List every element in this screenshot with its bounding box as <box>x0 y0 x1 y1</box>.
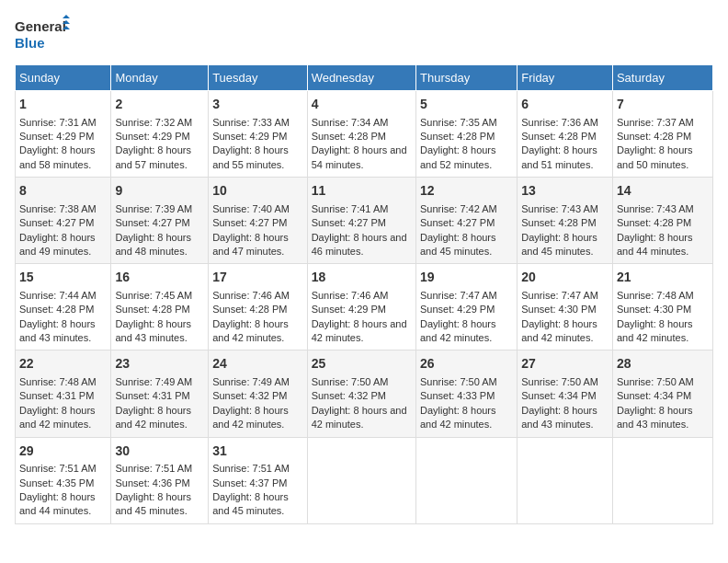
daylight-text: Daylight: 8 hours and 50 minutes. <box>617 144 693 169</box>
calendar-cell: 9Sunrise: 7:39 AMSunset: 4:27 PMDaylight… <box>111 178 209 264</box>
svg-text:Blue: Blue <box>15 35 45 51</box>
sunset-text: Sunset: 4:29 PM <box>19 131 94 142</box>
day-number: 9 <box>115 182 204 201</box>
sunset-text: Sunset: 4:27 PM <box>115 217 189 228</box>
sunrise-text: Sunrise: 7:43 AM <box>521 203 598 214</box>
sunset-text: Sunset: 4:33 PM <box>420 390 495 401</box>
daylight-text: Daylight: 8 hours and 49 minutes. <box>19 232 96 257</box>
daylight-text: Daylight: 8 hours and 42 minutes. <box>312 318 407 343</box>
day-number: 23 <box>115 355 204 373</box>
daylight-text: Daylight: 8 hours and 45 minutes. <box>521 232 597 257</box>
day-number: 11 <box>312 182 412 201</box>
sunset-text: Sunset: 4:28 PM <box>212 304 287 315</box>
calendar-cell: 4Sunrise: 7:34 AMSunset: 4:28 PMDaylight… <box>307 91 415 178</box>
daylight-text: Daylight: 8 hours and 52 minutes. <box>420 144 496 169</box>
calendar-cell: 11Sunrise: 7:41 AMSunset: 4:27 PMDayligh… <box>307 178 415 264</box>
sunrise-text: Sunrise: 7:48 AM <box>617 290 694 301</box>
day-number: 31 <box>212 442 302 461</box>
day-number: 19 <box>420 269 513 287</box>
daylight-text: Daylight: 8 hours and 43 minutes. <box>19 318 96 343</box>
daylight-text: Daylight: 8 hours and 42 minutes. <box>521 318 597 343</box>
calendar-week-row: 8Sunrise: 7:38 AMSunset: 4:27 PMDaylight… <box>16 178 713 264</box>
day-number: 5 <box>420 96 513 114</box>
sunset-text: Sunset: 4:29 PM <box>212 131 287 142</box>
sunrise-text: Sunrise: 7:50 AM <box>420 376 497 387</box>
sunrise-text: Sunrise: 7:50 AM <box>312 376 389 387</box>
calendar-cell: 31Sunrise: 7:51 AMSunset: 4:37 PMDayligh… <box>209 437 307 523</box>
calendar-cell: 18Sunrise: 7:46 AMSunset: 4:29 PMDayligh… <box>307 264 415 350</box>
sunrise-text: Sunrise: 7:46 AM <box>212 290 290 301</box>
daylight-text: Daylight: 8 hours and 45 minutes. <box>420 232 496 257</box>
header-cell-thursday: Thursday <box>415 65 517 91</box>
sunrise-text: Sunrise: 7:51 AM <box>212 463 290 474</box>
header-cell-monday: Monday <box>111 65 209 91</box>
day-number: 4 <box>312 96 412 114</box>
sunrise-text: Sunrise: 7:49 AM <box>212 376 290 387</box>
sunset-text: Sunset: 4:28 PM <box>521 217 596 228</box>
sunrise-text: Sunrise: 7:45 AM <box>115 290 192 301</box>
calendar-cell: 16Sunrise: 7:45 AMSunset: 4:28 PMDayligh… <box>111 264 209 350</box>
day-number: 22 <box>19 355 107 373</box>
day-number: 25 <box>312 355 412 373</box>
sunrise-text: Sunrise: 7:42 AM <box>420 203 497 214</box>
calendar-cell: 24Sunrise: 7:49 AMSunset: 4:32 PMDayligh… <box>209 350 307 437</box>
sunrise-text: Sunrise: 7:40 AM <box>212 203 290 214</box>
calendar-table: SundayMondayTuesdayWednesdayThursdayFrid… <box>15 64 713 524</box>
day-number: 12 <box>420 182 513 201</box>
day-number: 30 <box>115 442 204 461</box>
day-number: 18 <box>312 269 412 287</box>
day-number: 26 <box>420 355 513 373</box>
calendar-cell: 13Sunrise: 7:43 AMSunset: 4:28 PMDayligh… <box>518 178 613 264</box>
sunrise-text: Sunrise: 7:48 AM <box>19 376 97 387</box>
calendar-cell: 3Sunrise: 7:33 AMSunset: 4:29 PMDaylight… <box>209 91 307 178</box>
daylight-text: Daylight: 8 hours and 43 minutes. <box>115 318 191 343</box>
day-number: 2 <box>115 96 204 114</box>
sunset-text: Sunset: 4:28 PM <box>19 304 94 315</box>
daylight-text: Daylight: 8 hours and 42 minutes. <box>19 405 96 430</box>
daylight-text: Daylight: 8 hours and 44 minutes. <box>19 491 96 516</box>
sunset-text: Sunset: 4:27 PM <box>19 217 94 228</box>
daylight-text: Daylight: 8 hours and 42 minutes. <box>420 318 496 343</box>
daylight-text: Daylight: 8 hours and 46 minutes. <box>312 232 407 257</box>
calendar-cell: 15Sunrise: 7:44 AMSunset: 4:28 PMDayligh… <box>16 264 111 350</box>
sunset-text: Sunset: 4:32 PM <box>312 390 386 401</box>
day-number: 17 <box>212 269 302 287</box>
daylight-text: Daylight: 8 hours and 51 minutes. <box>521 144 597 169</box>
header-cell-tuesday: Tuesday <box>209 65 307 91</box>
calendar-cell: 2Sunrise: 7:32 AMSunset: 4:29 PMDaylight… <box>111 91 209 178</box>
sunrise-text: Sunrise: 7:49 AM <box>115 376 192 387</box>
calendar-cell: 10Sunrise: 7:40 AMSunset: 4:27 PMDayligh… <box>209 178 307 264</box>
calendar-cell <box>307 437 415 523</box>
daylight-text: Daylight: 8 hours and 48 minutes. <box>115 232 191 257</box>
sunset-text: Sunset: 4:30 PM <box>521 304 596 315</box>
day-number: 16 <box>115 269 204 287</box>
header: General Blue <box>15 15 713 55</box>
sunrise-text: Sunrise: 7:47 AM <box>521 290 598 301</box>
calendar-cell <box>612 437 712 523</box>
calendar-cell: 17Sunrise: 7:46 AMSunset: 4:28 PMDayligh… <box>209 264 307 350</box>
sunrise-text: Sunrise: 7:51 AM <box>19 463 97 474</box>
day-number: 10 <box>212 182 302 201</box>
sunrise-text: Sunrise: 7:32 AM <box>115 117 192 128</box>
calendar-week-row: 29Sunrise: 7:51 AMSunset: 4:35 PMDayligh… <box>16 437 713 523</box>
day-number: 3 <box>212 96 302 114</box>
daylight-text: Daylight: 8 hours and 42 minutes. <box>617 318 693 343</box>
daylight-text: Daylight: 8 hours and 55 minutes. <box>212 144 289 169</box>
day-number: 24 <box>212 355 302 373</box>
calendar-cell: 30Sunrise: 7:51 AMSunset: 4:36 PMDayligh… <box>111 437 209 523</box>
sunset-text: Sunset: 4:34 PM <box>617 390 691 401</box>
calendar-cell: 8Sunrise: 7:38 AMSunset: 4:27 PMDaylight… <box>16 178 111 264</box>
daylight-text: Daylight: 8 hours and 43 minutes. <box>617 405 693 430</box>
calendar-cell: 7Sunrise: 7:37 AMSunset: 4:28 PMDaylight… <box>612 91 712 178</box>
day-number: 13 <box>521 182 609 201</box>
day-number: 27 <box>521 355 609 373</box>
sunrise-text: Sunrise: 7:43 AM <box>617 203 694 214</box>
day-number: 1 <box>19 96 107 114</box>
calendar-cell: 12Sunrise: 7:42 AMSunset: 4:27 PMDayligh… <box>415 178 517 264</box>
day-number: 29 <box>19 442 107 461</box>
sunset-text: Sunset: 4:28 PM <box>521 131 596 142</box>
calendar-cell: 28Sunrise: 7:50 AMSunset: 4:34 PMDayligh… <box>612 350 712 437</box>
sunset-text: Sunset: 4:27 PM <box>212 217 287 228</box>
calendar-cell: 25Sunrise: 7:50 AMSunset: 4:32 PMDayligh… <box>307 350 415 437</box>
sunset-text: Sunset: 4:28 PM <box>115 304 189 315</box>
